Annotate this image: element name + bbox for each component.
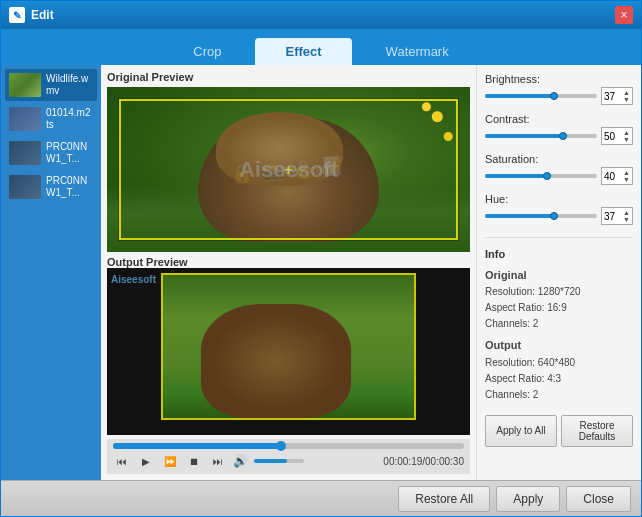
step-forward-button[interactable]: ⏩ [161, 452, 179, 470]
original-preview-section: Original Preview + [107, 71, 470, 252]
original-resolution: Resolution: 1280*720 [485, 284, 633, 300]
output-groundhog-body [201, 304, 351, 418]
volume-fill [254, 459, 287, 463]
volume-icon: 🔊 [233, 454, 248, 468]
center-panel: Original Preview + [101, 65, 476, 480]
output-aspect: Aspect Ratio: 4:3 [485, 371, 633, 387]
skip-forward-button[interactable]: ⏭ [209, 452, 227, 470]
brightness-label: Brightness: [485, 73, 633, 85]
restore-all-button[interactable]: Restore All [398, 486, 490, 512]
brightness-row: Brightness: 37 ▲ ▼ [485, 73, 633, 105]
contrast-label: Contrast: [485, 113, 633, 125]
info-title: Info [485, 246, 633, 264]
original-info-title: Original [485, 267, 633, 285]
output-preview-box: Aiseesoft [107, 268, 470, 435]
contrast-thumb[interactable] [559, 132, 567, 140]
file-thumb-4 [9, 175, 41, 199]
file-name-2: 01014.m2ts [46, 107, 93, 131]
brightness-slider[interactable] [485, 94, 597, 98]
main-content: Wildlife.wmv 01014.m2ts PRC0NNW1_T... PR… [1, 65, 641, 480]
file-thumb-1 [9, 73, 41, 97]
contrast-slider-row: 50 ▲ ▼ [485, 127, 633, 145]
hue-down[interactable]: ▼ [623, 216, 630, 223]
original-preview-box: + 🔒 📸 🔒 📝 Aiseesoft anyz.com [107, 87, 470, 252]
tab-crop[interactable]: Crop [163, 38, 251, 65]
hue-slider[interactable] [485, 214, 597, 218]
original-info: Original Resolution: 1280*720 Aspect Rat… [485, 267, 633, 333]
hue-arrows: ▲ ▼ [623, 209, 630, 223]
brightness-thumb[interactable] [550, 92, 558, 100]
output-info: Output Resolution: 640*480 Aspect Ratio:… [485, 337, 633, 403]
time-display: 00:00:19/00:00:30 [383, 456, 464, 467]
output-preview-label: Output Preview [107, 256, 470, 268]
progress-track[interactable] [113, 443, 464, 449]
saturation-arrows: ▲ ▼ [623, 169, 630, 183]
hue-up[interactable]: ▲ [623, 209, 630, 216]
skip-back-button[interactable]: ⏮ [113, 452, 131, 470]
close-bottom-button[interactable]: Close [566, 486, 631, 512]
close-button[interactable]: × [615, 6, 633, 24]
hue-fill [485, 214, 554, 218]
apply-button[interactable]: Apply [496, 486, 560, 512]
stop-button[interactable]: ⏹ [185, 452, 203, 470]
hue-spinbox[interactable]: 37 ▲ ▼ [601, 207, 633, 225]
progress-fill [113, 443, 281, 449]
saturation-slider[interactable] [485, 174, 597, 178]
progress-thumb[interactable] [276, 441, 286, 451]
contrast-row: Contrast: 50 ▲ ▼ [485, 113, 633, 145]
original-preview-label: Original Preview [107, 71, 470, 83]
file-name-3: PRC0NNW1_T... [46, 141, 93, 165]
brightness-spinbox[interactable]: 37 ▲ ▼ [601, 87, 633, 105]
brightness-slider-row: 37 ▲ ▼ [485, 87, 633, 105]
original-aspect: Aspect Ratio: 16:9 [485, 300, 633, 316]
playback-bar: ⏮ ▶ ⏩ ⏹ ⏭ 🔊 00:00:19/00:00:30 [107, 439, 470, 474]
file-list: Wildlife.wmv 01014.m2ts PRC0NNW1_T... PR… [1, 65, 101, 480]
file-item-2[interactable]: 01014.m2ts [5, 103, 97, 135]
contrast-up[interactable]: ▲ [623, 129, 630, 136]
brightness-down[interactable]: ▼ [623, 96, 630, 103]
file-item-4[interactable]: PRC0NNW1_T... [5, 171, 97, 203]
brightness-up[interactable]: ▲ [623, 89, 630, 96]
saturation-row: Saturation: 40 ▲ ▼ [485, 153, 633, 185]
bottom-bar: Restore All Apply Close [1, 480, 641, 516]
output-info-title: Output [485, 337, 633, 355]
original-channels: Channels: 2 [485, 316, 633, 332]
file-name-1: Wildlife.wmv [46, 73, 93, 97]
volume-bar[interactable] [254, 459, 304, 463]
tab-effect[interactable]: Effect [255, 38, 351, 65]
saturation-up[interactable]: ▲ [623, 169, 630, 176]
file-thumb-3 [9, 141, 41, 165]
saturation-down[interactable]: ▼ [623, 176, 630, 183]
output-channels: Channels: 2 [485, 387, 633, 403]
restore-defaults-button[interactable]: Restore Defaults [561, 415, 633, 447]
saturation-spinbox[interactable]: 40 ▲ ▼ [601, 167, 633, 185]
output-preview-section: Output Preview Aiseesoft [107, 256, 470, 435]
controls-row: ⏮ ▶ ⏩ ⏹ ⏭ 🔊 00:00:19/00:00:30 [113, 452, 464, 470]
saturation-thumb[interactable] [543, 172, 551, 180]
saturation-slider-row: 40 ▲ ▼ [485, 167, 633, 185]
window-icon: ✎ [9, 7, 25, 23]
tab-watermark[interactable]: Watermark [356, 38, 479, 65]
apply-to-all-button[interactable]: Apply to All [485, 415, 557, 447]
hue-row: Hue: 37 ▲ ▼ [485, 193, 633, 225]
output-image-area [161, 273, 415, 420]
file-item-1[interactable]: Wildlife.wmv [5, 69, 97, 101]
original-image-area: + 🔒 📸 🔒 📝 Aiseesoft anyz.com [107, 87, 470, 252]
divider-1 [485, 237, 633, 238]
right-panel: Brightness: 37 ▲ ▼ [476, 65, 641, 480]
contrast-spinbox[interactable]: 50 ▲ ▼ [601, 127, 633, 145]
window-title: Edit [31, 8, 615, 22]
output-dark-bg: Aiseesoft [107, 268, 470, 435]
play-button[interactable]: ▶ [137, 452, 155, 470]
contrast-down[interactable]: ▼ [623, 136, 630, 143]
contrast-slider[interactable] [485, 134, 597, 138]
saturation-fill [485, 174, 547, 178]
brightness-arrows: ▲ ▼ [623, 89, 630, 103]
tabs-bar: Crop Effect Watermark [1, 29, 641, 65]
watermark-url: anyz.com [281, 163, 332, 177]
file-item-3[interactable]: PRC0NNW1_T... [5, 137, 97, 169]
hue-slider-row: 37 ▲ ▼ [485, 207, 633, 225]
contrast-fill [485, 134, 563, 138]
effect-action-row: Apply to All Restore Defaults [485, 415, 633, 447]
hue-thumb[interactable] [550, 212, 558, 220]
